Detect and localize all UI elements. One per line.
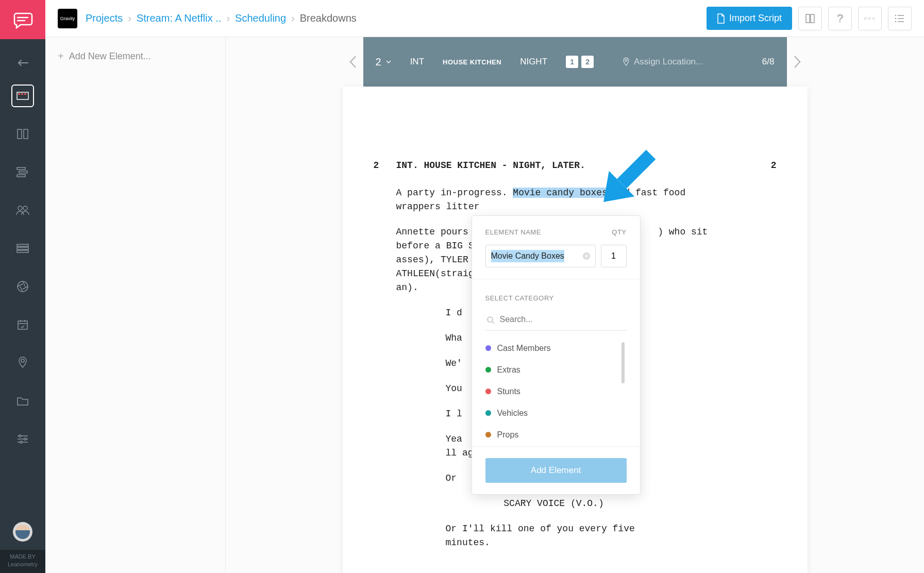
made-by-label: MADE BY	[0, 553, 45, 560]
help-button[interactable]: ?	[828, 7, 852, 30]
category-item[interactable]: Vehicles	[485, 407, 627, 419]
add-element-button[interactable]: Add Element	[485, 458, 627, 483]
book-icon	[804, 13, 816, 24]
category-search-input[interactable]	[485, 312, 627, 327]
rail-reports[interactable]	[11, 237, 34, 260]
rail-cast[interactable]	[11, 199, 34, 222]
scene-tag[interactable]: 2	[581, 56, 594, 68]
folder-icon	[16, 395, 29, 407]
script-canvas: 2 INT HOUSE KITCHEN NIGHT 1 2 Assign Loc	[226, 37, 924, 573]
svg-point-23	[625, 59, 627, 61]
svg-point-16	[21, 359, 24, 362]
document-icon	[717, 13, 725, 24]
category-color-dot	[485, 410, 491, 416]
prev-scene-button[interactable]	[343, 37, 363, 87]
character-cue[interactable]: SCARY VOICE (V.O.)	[446, 497, 662, 511]
film-icon	[16, 89, 29, 103]
svg-rect-12	[17, 247, 28, 249]
slugline-text: INT. HOUSE KITCHEN - NIGHT, LATER.	[396, 159, 585, 173]
category-item[interactable]: Props	[485, 429, 627, 441]
category-label: Stunts	[497, 385, 520, 398]
category-item[interactable]: Stunts	[485, 385, 627, 398]
highlighted-text[interactable]: Movie candy boxes	[513, 188, 608, 198]
svg-rect-7	[19, 171, 27, 173]
scene-num-left: 2	[374, 159, 396, 173]
user-avatar[interactable]	[13, 522, 32, 542]
app-logo[interactable]	[0, 0, 45, 39]
chevron-right-icon: ›	[128, 12, 131, 24]
select-category-label: SELECT CATEGORY	[485, 294, 554, 302]
scene-number: 2	[376, 56, 381, 68]
element-name-input[interactable]: Movie Candy Boxes	[485, 245, 596, 267]
calendar-icon	[16, 318, 29, 331]
crumb-stream[interactable]: Stream: A Netflix ..	[137, 12, 222, 24]
aperture-icon	[16, 280, 29, 293]
assign-location[interactable]: Assign Location...	[623, 57, 703, 67]
action-line[interactable]: A party in-progress. Movie candy boxes a…	[396, 186, 726, 214]
scene-num-right: 2	[771, 159, 777, 173]
dialogue[interactable]: Or I'll kill one of you every five minut…	[446, 522, 662, 550]
action-text: A party in-progress.	[396, 188, 513, 198]
category-label: Vehicles	[497, 407, 528, 419]
arrow-left-icon	[17, 59, 28, 66]
rail-aperture[interactable]	[11, 275, 34, 298]
qty-input[interactable]	[601, 245, 627, 267]
rail-compare[interactable]	[11, 123, 34, 145]
more-button[interactable]: ○○○	[858, 7, 882, 30]
category-label: Cast Members	[497, 342, 551, 355]
scrollbar[interactable]	[621, 342, 625, 383]
rail-settings[interactable]	[11, 428, 34, 450]
svg-point-18	[24, 438, 26, 440]
rail-breakdown[interactable]	[11, 85, 34, 107]
svg-point-17	[19, 435, 21, 437]
svg-rect-6	[17, 167, 25, 170]
clear-input-button[interactable]	[582, 252, 591, 260]
chat-logo-icon	[12, 9, 33, 30]
import-script-button[interactable]: Import Script	[707, 7, 792, 30]
rail-location[interactable]	[11, 351, 34, 374]
search-icon	[486, 316, 495, 324]
rail-strips[interactable]	[11, 161, 34, 183]
back-button[interactable]	[11, 52, 34, 74]
scene-page: 6/8	[762, 57, 775, 67]
scene-tag[interactable]: 1	[566, 56, 578, 68]
scene-header: 2 INT HOUSE KITCHEN NIGHT 1 2 Assign Loc	[363, 37, 787, 87]
crumb-projects[interactable]: Projects	[86, 12, 123, 24]
category-item[interactable]: Cast Members	[485, 342, 627, 355]
category-label: Props	[497, 429, 519, 441]
qty-label: QTY	[612, 227, 626, 238]
chevron-down-icon	[385, 60, 392, 64]
category-color-dot	[485, 345, 491, 351]
assign-location-label: Assign Location...	[634, 57, 703, 67]
category-item[interactable]: Extras	[485, 364, 627, 376]
add-new-element[interactable]: + Add New Element...	[58, 50, 213, 62]
svg-rect-13	[17, 250, 28, 252]
list-button[interactable]	[888, 7, 912, 30]
rail-files[interactable]	[11, 390, 34, 412]
script-page[interactable]: 2 INT. HOUSE KITCHEN - NIGHT, LATER. 2 A…	[343, 87, 808, 573]
crumb-scheduling[interactable]: Scheduling	[235, 12, 286, 24]
chevron-left-icon	[348, 54, 358, 70]
svg-rect-1	[18, 93, 20, 95]
plus-icon: +	[58, 50, 64, 62]
topbar: Gravity Projects › Stream: A Netflix .. …	[45, 0, 924, 37]
svg-point-9	[18, 206, 22, 210]
clear-icon	[582, 252, 591, 260]
category-label: Extras	[497, 364, 520, 376]
book-button[interactable]	[798, 7, 822, 30]
svg-rect-11	[17, 244, 28, 246]
next-scene-button[interactable]	[787, 37, 808, 87]
sliders-icon	[16, 433, 29, 445]
chevron-right-icon: ›	[291, 12, 295, 24]
rail-calendar[interactable]	[11, 313, 34, 336]
svg-rect-15	[18, 321, 27, 329]
svg-point-22	[895, 21, 896, 22]
footer-credit: MADE BY Leanometry	[0, 550, 45, 573]
scene-number-selector[interactable]: 2	[376, 56, 392, 68]
category-color-dot	[485, 367, 491, 373]
project-logo[interactable]: Gravity	[58, 9, 77, 28]
split-icon	[16, 127, 29, 141]
svg-point-14	[18, 281, 28, 292]
svg-rect-3	[24, 93, 26, 95]
import-label: Import Script	[729, 13, 782, 24]
